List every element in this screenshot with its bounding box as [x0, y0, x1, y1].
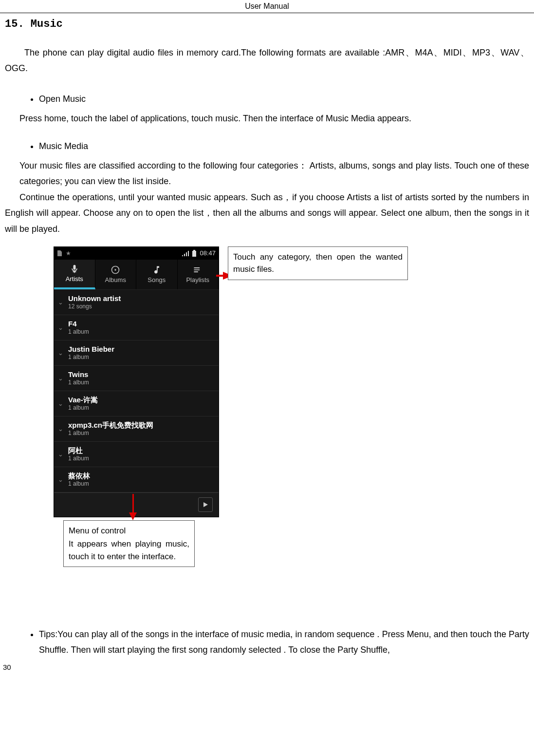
list-item[interactable]: ⌄ Justin Bieber 1 album: [54, 340, 219, 366]
note-icon: [152, 265, 162, 275]
tab-playlists-label: Playlists: [186, 276, 209, 284]
tips-item: Tips:You can play all of the songs in th…: [39, 626, 529, 658]
tab-albums-label: Albums: [105, 276, 126, 284]
chevron-down-icon: ⌄: [58, 375, 63, 382]
list-item[interactable]: ⌄ 阿杜 1 album: [54, 442, 219, 467]
tips-label: Tips:: [39, 629, 57, 639]
chevron-down-icon: ⌄: [58, 425, 63, 433]
list-icon: [193, 265, 203, 275]
signal-icon: [182, 250, 189, 256]
chevron-down-icon: ⌄: [58, 451, 63, 458]
tab-playlists[interactable]: Playlists: [178, 260, 219, 289]
page-number: 30: [0, 663, 534, 671]
artist-name: 阿杜: [68, 446, 89, 455]
annotation-top-text: Touch any category, then open the wanted…: [233, 252, 403, 274]
artist-name: xpmp3.cn手机免费找歌网: [68, 421, 153, 430]
chevron-down-icon: ⌄: [58, 349, 63, 357]
music-tabs: Artists Albums Songs Playlists: [54, 260, 219, 290]
microphone-icon: [70, 264, 79, 274]
music-media-body-a: Your music files are classified accordin…: [19, 158, 529, 189]
annotation-bottom-text: It appears when playing music, touch it …: [69, 538, 189, 563]
status-bar: ★ 08:47: [54, 247, 219, 260]
arrow-down-icon: [129, 494, 137, 520]
list-item[interactable]: ⌄ xpmp3.cn手机免费找歌网 1 album: [54, 416, 219, 442]
bullet-list-2: Music Media: [39, 138, 529, 154]
sdcard-icon: [57, 250, 62, 256]
status-time: 08:47: [200, 249, 216, 257]
tips-list: Tips:You can play all of the songs in th…: [39, 626, 529, 658]
status-right: 08:47: [182, 249, 216, 257]
play-button[interactable]: [198, 497, 213, 512]
list-item[interactable]: ⌄ Vae-许嵩 1 album: [54, 391, 219, 416]
chevron-down-icon: ⌄: [58, 324, 63, 331]
artist-sub: 1 album: [68, 379, 89, 386]
artist-name: Justin Bieber: [68, 345, 114, 354]
list-item[interactable]: ⌄ Twins 1 album: [54, 366, 219, 391]
bullet-list-1: Open Music: [39, 91, 529, 107]
tab-songs[interactable]: Songs: [136, 260, 178, 289]
tab-artists[interactable]: Artists: [54, 260, 95, 289]
tab-artists-label: Artists: [66, 275, 83, 283]
list-item[interactable]: ⌄ Unknown artist 12 songs: [54, 290, 219, 315]
list-item[interactable]: ⌄ F4 1 album: [54, 315, 219, 340]
tab-songs-label: Songs: [147, 276, 166, 284]
artist-list[interactable]: ⌄ Unknown artist 12 songs ⌄ F4 1 album ⌄: [54, 290, 219, 509]
header-title: User Manual: [245, 2, 289, 10]
artist-name: Twins: [68, 370, 89, 379]
star-icon: ★: [66, 250, 71, 257]
list-item[interactable]: ⌄ 蔡依林 1 album: [54, 467, 219, 492]
bullet-open-music: Open Music: [39, 91, 529, 107]
artist-sub: 12 songs: [68, 303, 121, 310]
annotation-bottom: Menu of control It appears when playing …: [63, 520, 195, 567]
section-title: Music: [31, 18, 63, 30]
section-number: 15.: [5, 18, 24, 30]
artist-name: Vae-许嵩: [68, 396, 98, 404]
phone-screenshot: ★ 08:47 Artists Albums: [54, 246, 219, 517]
tips-body: You can play all of the songs in the int…: [39, 629, 529, 655]
artist-name: 蔡依林: [68, 472, 90, 480]
artist-sub: 1 album: [68, 354, 114, 360]
artist-sub: 1 album: [68, 430, 153, 436]
bullet-music-media: Music Media: [39, 138, 529, 154]
artist-sub: 1 album: [68, 480, 90, 487]
page-content: 15. Music The phone can play digital aud…: [0, 18, 534, 658]
artist-name: F4: [68, 320, 89, 328]
artist-sub: 1 album: [68, 328, 89, 335]
disc-icon: [110, 265, 120, 275]
battery-icon: [192, 250, 197, 257]
artist-sub: 1 album: [68, 455, 89, 462]
annotation-top: Touch any category, then open the wanted…: [228, 246, 408, 280]
play-icon: [202, 501, 209, 508]
intro-paragraph: The phone can play digital audio files i…: [5, 45, 529, 76]
open-music-body: Press home, touch the label of applicati…: [19, 111, 529, 126]
svg-point-1: [115, 269, 116, 271]
artist-sub: 1 album: [68, 404, 98, 411]
page-header: User Manual: [0, 0, 534, 13]
figure-wrap: ★ 08:47 Artists Albums: [54, 246, 529, 597]
tab-albums[interactable]: Albums: [95, 260, 137, 289]
annotation-bottom-title: Menu of control: [69, 525, 189, 537]
status-left: ★: [57, 250, 71, 257]
music-media-body-b: Continue the operations, until your want…: [5, 189, 529, 237]
chevron-down-icon: ⌄: [58, 400, 63, 407]
artist-name: Unknown artist: [68, 294, 121, 303]
section-heading: 15. Music: [5, 18, 529, 30]
chevron-down-icon: ⌄: [58, 476, 63, 483]
chevron-down-icon: ⌄: [58, 299, 63, 306]
